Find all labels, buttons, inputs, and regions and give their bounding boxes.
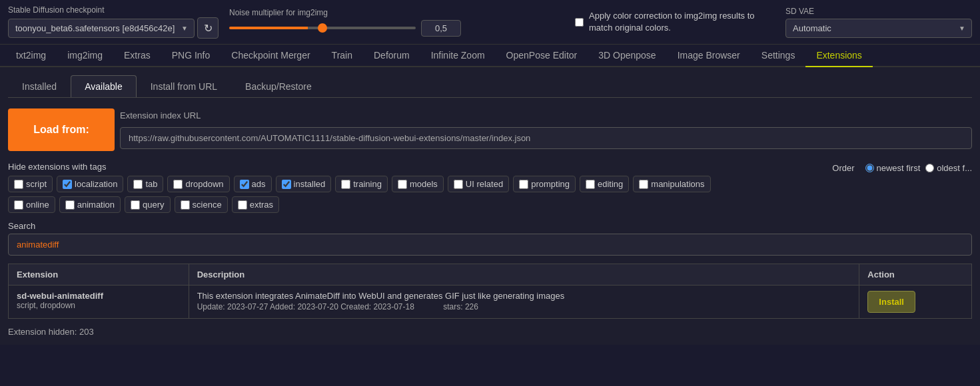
- tag-installed-checkbox[interactable]: [282, 180, 291, 189]
- tag-science[interactable]: science: [175, 196, 228, 213]
- refresh-checkpoint-button[interactable]: ↻: [197, 17, 219, 39]
- search-label: Search: [8, 221, 972, 231]
- tag-tab-label: tab: [145, 179, 157, 189]
- noise-slider[interactable]: [229, 27, 416, 29]
- tag-script-checkbox[interactable]: [14, 180, 23, 189]
- ext-url-input[interactable]: [120, 127, 972, 149]
- tag-dropdown[interactable]: dropdown: [167, 176, 229, 192]
- order-section: Order newest first oldest f...: [832, 162, 972, 173]
- tag-ads-checkbox[interactable]: [240, 180, 249, 189]
- tag-ads[interactable]: ads: [234, 176, 272, 192]
- subtab-installed[interactable]: Installed: [8, 75, 71, 97]
- ext-url-row: Load from: Extension index URL: [8, 108, 972, 151]
- tag-animation[interactable]: animation: [59, 196, 121, 213]
- tag-localization-label: localization: [75, 179, 117, 189]
- tags-row-2: online animation query science extras: [8, 196, 832, 213]
- tag-training[interactable]: training: [335, 176, 388, 192]
- ext-desc-main: This extension integrates AnimateDiff in…: [197, 291, 851, 301]
- tag-prompting-checkbox[interactable]: [519, 180, 528, 189]
- tab-infinitezoom[interactable]: Infinite Zoom: [420, 45, 496, 67]
- noise-section: Noise multiplier for img2img: [229, 8, 564, 37]
- tag-query-label: query: [143, 200, 165, 210]
- tag-prompting[interactable]: prompting: [513, 176, 576, 192]
- hide-tags-label: Hide extensions with tags: [8, 162, 106, 172]
- tag-localization-checkbox[interactable]: [63, 180, 72, 189]
- tab-settings[interactable]: Settings: [751, 45, 806, 67]
- noise-row: [229, 20, 564, 37]
- tag-science-label: science: [193, 200, 222, 210]
- tag-dropdown-checkbox[interactable]: [173, 180, 183, 189]
- tag-tab-checkbox[interactable]: [133, 180, 143, 189]
- tag-ads-label: ads: [252, 179, 266, 189]
- tab-txt2img[interactable]: txt2img: [5, 45, 57, 67]
- tab-deforum[interactable]: Deforum: [363, 45, 420, 67]
- checkpoint-section: Stable Diffusion checkpoint toonyou_beta…: [8, 5, 219, 39]
- tag-uirelated[interactable]: UI related: [448, 176, 509, 192]
- load-from-button[interactable]: Load from:: [8, 108, 115, 151]
- tag-query-checkbox[interactable]: [131, 200, 140, 210]
- tab-checkpoint[interactable]: Checkpoint Merger: [221, 45, 320, 67]
- tag-extras[interactable]: extras: [232, 196, 279, 213]
- tag-editing-checkbox[interactable]: [586, 180, 595, 189]
- sdvae-section: SD VAE Automatic: [785, 7, 972, 38]
- tag-uirelated-checkbox[interactable]: [454, 180, 463, 189]
- tab-train[interactable]: Train: [321, 45, 363, 67]
- tag-installed[interactable]: installed: [276, 176, 332, 192]
- col-description: Description: [189, 264, 859, 286]
- ext-desc-meta: Update: 2023-07-27 Added: 2023-07-20 Cre…: [197, 302, 851, 311]
- color-correction-section: Apply color correction to img2img result…: [575, 10, 775, 34]
- order-oldest[interactable]: oldest f...: [925, 163, 972, 173]
- tag-animation-checkbox[interactable]: [65, 200, 75, 210]
- install-button[interactable]: Install: [867, 291, 915, 313]
- tag-training-checkbox[interactable]: [341, 180, 350, 189]
- tag-training-label: training: [353, 179, 382, 189]
- refresh-icon: ↻: [204, 22, 213, 35]
- tag-script[interactable]: script: [8, 176, 53, 192]
- tag-uirelated-label: UI related: [466, 179, 503, 189]
- checkpoint-select[interactable]: toonyou_beta6.safetensors [e8d456c42e]: [8, 19, 195, 38]
- content-area: Installed Available Install from URL Bac…: [0, 67, 980, 345]
- main-tabs: txt2img img2img Extras PNG Info Checkpoi…: [0, 45, 980, 67]
- tag-manipulations[interactable]: manipulations: [633, 176, 710, 192]
- tab-openpose[interactable]: OpenPose Editor: [496, 45, 588, 67]
- tag-editing[interactable]: editing: [580, 176, 629, 192]
- tab-extras[interactable]: Extras: [113, 45, 161, 67]
- tab-imagebrowser[interactable]: Image Browser: [667, 45, 751, 67]
- order-newest-radio[interactable]: [865, 164, 874, 172]
- search-input[interactable]: [8, 234, 972, 256]
- sdvae-select[interactable]: Automatic: [785, 19, 972, 38]
- subtab-installfromurl[interactable]: Install from URL: [137, 75, 231, 97]
- tag-online-checkbox[interactable]: [14, 200, 23, 210]
- tag-models[interactable]: models: [392, 176, 444, 192]
- checkpoint-label: Stable Diffusion checkpoint: [8, 5, 219, 15]
- noise-value-input[interactable]: [421, 20, 461, 37]
- order-oldest-label: oldest f...: [937, 163, 972, 173]
- order-newest-label: newest first: [877, 163, 921, 173]
- tab-pnginfo[interactable]: PNG Info: [161, 45, 221, 67]
- ext-name: sd-webui-animatediff: [17, 291, 181, 301]
- tags-and-order-section: Hide extensions with tags script localiz…: [8, 162, 972, 213]
- checkpoint-select-wrapper[interactable]: toonyou_beta6.safetensors [e8d456c42e]: [8, 19, 195, 38]
- tab-3dopenpose[interactable]: 3D Openpose: [588, 45, 666, 67]
- ext-stars: stars: 226: [443, 302, 478, 311]
- tab-img2img[interactable]: img2img: [57, 45, 113, 67]
- subtab-backuprestore[interactable]: Backup/Restore: [231, 75, 326, 97]
- color-correction-checkbox[interactable]: [575, 18, 584, 27]
- order-oldest-radio[interactable]: [925, 164, 934, 172]
- sdvae-select-wrapper[interactable]: Automatic: [785, 19, 972, 38]
- subtab-available[interactable]: Available: [71, 75, 137, 97]
- tag-online[interactable]: online: [8, 196, 55, 213]
- tag-extras-checkbox[interactable]: [238, 200, 247, 210]
- tab-extensions[interactable]: Extensions: [805, 45, 872, 67]
- ext-tags: script, dropdown: [17, 301, 181, 310]
- tag-localization[interactable]: localization: [57, 176, 123, 192]
- tag-extras-label: extras: [250, 200, 273, 210]
- tags-left: Hide extensions with tags script localiz…: [8, 162, 832, 213]
- tag-manipulations-checkbox[interactable]: [639, 180, 648, 189]
- tag-dropdown-label: dropdown: [185, 179, 223, 189]
- tag-query[interactable]: query: [125, 196, 171, 213]
- order-newest[interactable]: newest first: [865, 163, 921, 173]
- tag-science-checkbox[interactable]: [181, 200, 190, 210]
- tag-models-checkbox[interactable]: [398, 180, 407, 189]
- tag-tab[interactable]: tab: [127, 176, 163, 192]
